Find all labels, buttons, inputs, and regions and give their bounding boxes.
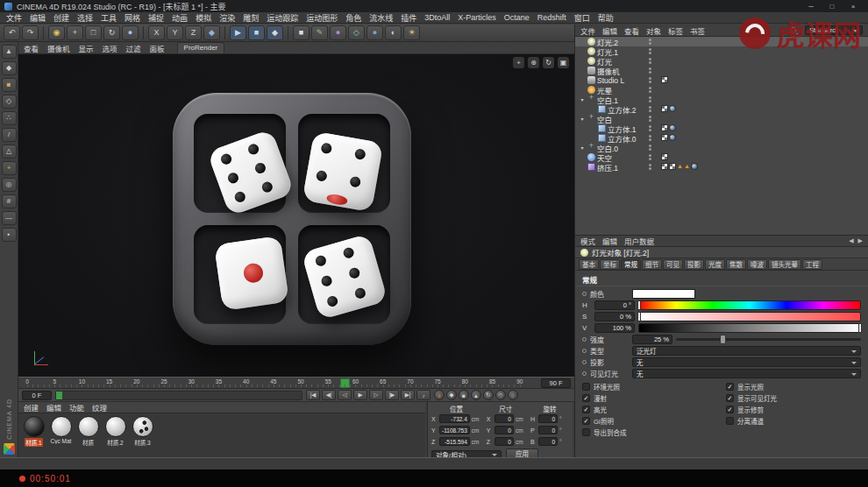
material-item[interactable]: Cyc Mat — [49, 416, 73, 447]
perspective-viewport[interactable]: +⊕↻▣ — [18, 54, 574, 377]
attribute-tab[interactable]: 常规 — [621, 259, 641, 270]
visibility-toggle[interactable] — [649, 39, 651, 45]
coordinate-field[interactable]: 0 — [538, 437, 558, 446]
visibility-toggle[interactable] — [649, 67, 651, 74]
lock-y-axis-icon[interactable]: Y — [167, 25, 183, 40]
viewport-solo-icon[interactable]: ◎ — [2, 178, 17, 192]
redo-icon[interactable]: ↷ — [22, 25, 39, 40]
render-picture-viewer-icon[interactable]: ■ — [248, 25, 265, 40]
coordinate-field[interactable]: -1108.753 — [439, 426, 470, 434]
menubar-item[interactable]: 文件 — [6, 12, 22, 24]
maximize-view-icon[interactable]: ▣ — [558, 57, 569, 68]
object-row[interactable]: 摄像机 — [575, 66, 868, 75]
texture-tag-icon[interactable] — [661, 134, 668, 141]
attribute-tab[interactable]: 细节 — [642, 259, 662, 270]
menubar-item[interactable]: X-Particles — [458, 13, 496, 22]
visibility-toggle[interactable] — [649, 96, 651, 102]
maximize-button[interactable]: □ — [822, 3, 843, 11]
checkbox[interactable] — [582, 428, 590, 436]
intensity-field[interactable]: 25 % — [632, 335, 672, 344]
object-row[interactable]: Studio L — [575, 75, 868, 85]
enable-axis-icon[interactable]: + — [2, 161, 17, 175]
attribute-tab[interactable]: 焦散 — [726, 259, 746, 270]
visibility-toggle[interactable] — [649, 164, 651, 170]
range-handle[interactable] — [56, 392, 62, 399]
coordinate-field[interactable]: -732.4 — [439, 414, 470, 423]
attribute-tab[interactable]: 基本 — [579, 259, 599, 270]
live-selection-icon[interactable]: ◉ — [48, 25, 65, 40]
texture-tag-icon[interactable] — [661, 76, 668, 83]
menubar-item[interactable]: 动画 — [172, 12, 188, 24]
edges-mode-icon[interactable]: / — [2, 128, 17, 142]
render-view-icon[interactable]: ▶ — [230, 25, 246, 40]
pan-view-icon[interactable]: + — [513, 57, 524, 68]
lock-x-axis-icon[interactable]: X — [148, 25, 165, 40]
viewport-menu-item[interactable]: 查看 — [24, 43, 39, 53]
menubar-item[interactable]: 创建 — [53, 12, 69, 24]
record-keyframe-button[interactable]: ● — [434, 390, 445, 400]
hsv-value-field[interactable]: 0 % — [594, 312, 635, 321]
hsv-value-field[interactable]: 0 ° — [594, 300, 635, 310]
checkbox[interactable] — [582, 383, 590, 391]
animation-dot-icon[interactable] — [582, 337, 587, 342]
object-manager-menu-item[interactable]: 查看 — [624, 25, 639, 36]
orbit-view-icon[interactable]: ↻ — [543, 57, 554, 68]
checkbox[interactable]: ✓ — [726, 383, 734, 391]
play-sound-button[interactable]: ♪ — [416, 390, 430, 400]
material-item[interactable]: 材质.1 — [22, 416, 46, 447]
render-settings-icon[interactable]: ◆ — [267, 25, 283, 40]
spline-pen-icon[interactable]: ✎ — [311, 25, 328, 40]
play-button[interactable]: ▶ — [353, 390, 367, 400]
make-editable-icon[interactable]: ▲ — [2, 45, 17, 59]
attribute-tab[interactable]: 镜头光晕 — [768, 259, 801, 270]
record-position-button[interactable]: ■ — [459, 390, 469, 400]
object-manager-menu-item[interactable]: 编辑 — [602, 25, 617, 36]
menubar-item[interactable]: 选择 — [77, 12, 93, 24]
animation-dot-icon[interactable] — [582, 349, 587, 353]
texture-tag-icon[interactable] — [669, 163, 676, 170]
coordinate-field[interactable]: 0 — [538, 414, 558, 423]
light-icon[interactable]: ☀ — [403, 25, 420, 40]
subdivision-surface-icon[interactable]: ● — [330, 25, 346, 40]
visibility-toggle[interactable] — [649, 87, 651, 93]
material-item[interactable]: 材质.3 — [131, 416, 154, 447]
param-dropdown[interactable]: 无 — [632, 369, 861, 378]
material-menu-item[interactable]: 创建 — [24, 402, 39, 413]
object-row[interactable]: ▾空白 — [575, 114, 868, 124]
attribute-menu-item[interactable]: 模式 — [580, 236, 595, 246]
record-scale-button[interactable]: ▲ — [471, 390, 481, 400]
attribute-tab[interactable]: 光度 — [705, 259, 725, 270]
animation-dot-icon[interactable] — [582, 292, 587, 296]
visibility-toggle[interactable] — [649, 106, 651, 112]
expand-arrow-icon[interactable]: ▾ — [579, 116, 586, 122]
workplane-snap-icon[interactable]: — — [2, 211, 17, 225]
coordinate-field[interactable]: 0 — [494, 437, 514, 446]
move-tool-icon[interactable]: + — [67, 25, 83, 40]
bar-handle[interactable] — [637, 312, 641, 321]
attribute-tab[interactable]: 工程 — [802, 259, 822, 270]
param-dropdown[interactable]: 无 — [632, 357, 861, 367]
lock-z-axis-icon[interactable]: Z — [185, 25, 202, 40]
texture-tag-icon[interactable] — [661, 124, 668, 131]
enable-snap-icon[interactable]: # — [2, 194, 17, 208]
warning-tag-icon[interactable]: ▲ — [677, 163, 683, 170]
menubar-item[interactable]: 模拟 — [196, 12, 211, 24]
history-forward-icon[interactable]: ▶ — [858, 237, 863, 244]
minimize-button[interactable]: ─ — [800, 3, 822, 11]
object-row[interactable]: 光晕 — [575, 85, 868, 95]
expand-arrow-icon[interactable]: ▾ — [579, 96, 586, 102]
autokey-button[interactable]: ◆ — [446, 390, 457, 400]
environment-icon[interactable]: ● — [366, 25, 383, 40]
goto-end-button[interactable]: ▶| — [401, 390, 415, 400]
viewport-menu-item[interactable]: 摄像机 — [47, 43, 70, 53]
material-menu-item[interactable]: 纹理 — [92, 402, 107, 413]
material-menu-item[interactable]: 功能 — [69, 402, 84, 413]
coordinate-field[interactable]: 0 — [494, 414, 514, 423]
lock-workplane-icon[interactable]: ▪ — [2, 228, 17, 242]
object-manager-menu-item[interactable]: 标签 — [668, 25, 683, 36]
prorender-tab[interactable]: ProRender — [177, 42, 225, 53]
phong-tag-icon[interactable] — [669, 105, 676, 112]
color-swatch[interactable] — [632, 289, 695, 299]
phong-tag-icon[interactable] — [691, 163, 698, 170]
menubar-item[interactable]: 流水线 — [369, 12, 393, 24]
